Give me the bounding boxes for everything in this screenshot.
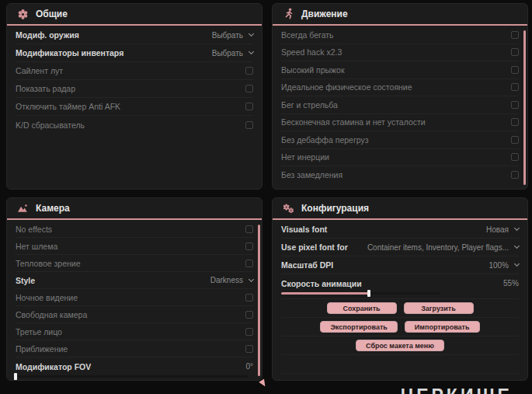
checkbox[interactable] [511,31,519,39]
checkbox[interactable] [245,294,253,302]
panel-camera-rows: No effects Нет шлема Тепловое зрение Sty… [7,220,262,381]
dropdown[interactable]: Выбрать [212,31,253,40]
reset-menu-layout-button[interactable]: Сброс макета меню [356,340,444,351]
setting-row-free-camera[interactable]: Свободная камера [16,306,253,323]
save-button[interactable]: Сохранить [327,302,397,314]
setting-row-high-jump[interactable]: Высокий прыжок [281,61,519,79]
panel-config-header: Конфигурация [273,198,527,220]
checkbox[interactable] [245,225,253,233]
checkbox[interactable] [245,311,253,319]
checkbox[interactable] [511,136,519,144]
setting-row-animation-speed: Скорость анимации 55% [281,274,519,299]
setting-row-inventory-mods[interactable]: Модификаторы инвентаря Выбрать [16,44,253,62]
setting-row-no-overload-debuff[interactable]: Без дебаффа перегруз [281,131,519,149]
checkbox[interactable] [511,153,519,161]
slider-value: 55% [503,279,519,288]
checkbox[interactable] [245,103,253,110]
setting-row-pixel-font[interactable]: Use pixel font for Container items, Inve… [281,239,519,256]
panel-title: Камера [36,203,70,214]
dropdown-value: Новая [486,225,509,234]
slider-value: 0° [245,362,253,371]
checkbox[interactable] [245,328,253,336]
dropdown-value: Выбрать [212,49,243,58]
dropdown[interactable]: Darkness [210,276,253,284]
setting-label: Всегда бегать [281,30,334,40]
checkbox[interactable] [245,260,253,267]
setting-row-infinite-stamina[interactable]: Бесконечная стамина и нет усталости [281,114,519,132]
setting-label: K/D сбрасыватель [16,120,85,130]
image-icon [17,203,29,214]
setting-label: Без дебаффа перегруз [281,135,369,145]
setting-row-speed-hack[interactable]: Speed hack x2.3 [281,44,519,62]
setting-row-thermal-vision[interactable]: Тепловое зрение [16,255,253,272]
setting-row-no-effects[interactable]: No effects [16,221,253,238]
setting-label: Без замедления [281,170,342,180]
checkbox[interactable] [511,66,519,74]
setting-row-no-inertia[interactable]: Нет инерции [281,149,519,167]
checkbox[interactable] [511,171,519,179]
setting-label: Показать радар [16,84,75,93]
chevron-down-icon [249,276,254,281]
dropdown[interactable]: Новая [486,225,519,234]
setting-label: Бесконечная стамина и нет усталости [281,117,426,127]
setting-row-no-slowdown[interactable]: Без замедления [281,166,519,184]
dropdown[interactable]: Container items, Inventory, Player flags… [367,243,519,252]
flower-gear-icon [17,9,29,20]
setting-row-fov-modifier: Модификатор FOV 0° [16,357,253,381]
setting-row-anti-afk[interactable]: Отключить таймер Anti AFK [16,98,253,116]
checkbox[interactable] [511,118,519,126]
animation-speed-slider[interactable] [281,292,440,295]
checkbox[interactable] [245,242,253,250]
scrollbar[interactable] [258,225,260,376]
checkbox[interactable] [511,48,519,56]
checkbox[interactable] [245,67,253,75]
chevron-down-icon [514,243,520,249]
chevron-down-icon [249,49,254,54]
dropdown[interactable]: Выбрать [212,49,253,58]
setting-row-perfect-condition[interactable]: Идеальное физическое состояние [281,79,519,97]
config-buttons-row-1: Сохранить Загрузить [281,299,519,318]
fov-slider[interactable] [16,375,249,378]
setting-label: Отключить таймер Anti AFK [16,102,120,111]
setting-label: Use pixel font for [281,242,348,252]
setting-label: Бег и стрельба [281,100,338,110]
import-button[interactable]: Импортировать [405,321,480,333]
load-button[interactable]: Загрузить [404,302,474,314]
setting-row-silent-loot[interactable]: Сайлент лут [16,62,253,80]
scrollbar[interactable] [523,30,526,185]
checkbox[interactable] [245,85,253,92]
chevron-down-icon [514,225,520,231]
setting-row-show-radar[interactable]: Показать радар [16,80,253,98]
mod-menu-screen: { "colors": { "accent": "#d29296", "butt… [0,0,532,394]
setting-row-night-vision[interactable]: Ночное видение [16,289,253,306]
setting-row-style[interactable]: Style Darkness [16,272,253,289]
panel-title: Движение [301,9,348,19]
setting-label: Свободная камера [16,310,87,319]
panel-title: Конфигурация [301,203,369,214]
checkbox[interactable] [245,121,253,129]
setting-row-visuals-font[interactable]: Visuals font Новая [281,221,519,239]
config-buttons-row-3: Сброс макета меню [281,336,519,355]
export-button[interactable]: Экспортировать [320,321,397,333]
setting-row-third-person[interactable]: Третье лицо [16,323,253,340]
checkbox[interactable] [511,101,519,109]
runner-icon [283,9,294,20]
panel-general-rows: Модиф. оружия Выбрать Модификаторы инвен… [7,26,262,134]
setting-row-run-and-shoot[interactable]: Бег и стрельба [281,96,519,114]
panel-movement-header: Движение [273,4,527,26]
panel-title: Общие [36,9,68,19]
setting-row-zoom[interactable]: Приближение [16,340,253,357]
slider-handle[interactable] [367,290,370,297]
setting-row-no-helmet[interactable]: Нет шлема [16,238,253,255]
checkbox[interactable] [511,83,519,91]
setting-row-weapon-mod[interactable]: Модиф. оружия Выбрать [16,26,253,44]
setting-label: Идеальное физическое состояние [281,82,412,92]
panel-config-rows: Visuals font Новая Use pixel font for Co… [273,220,527,374]
checkbox[interactable] [245,345,253,353]
dropdown[interactable]: 100% [489,261,519,270]
panel-movement-rows: Всегда бегать Speed hack x2.3 Высокий пр… [273,26,527,184]
slider-handle[interactable] [14,373,17,380]
setting-row-kd-reset[interactable]: K/D сбрасыватель [16,116,253,134]
setting-row-always-run[interactable]: Всегда бегать [281,26,519,44]
setting-row-dpi-scale[interactable]: Масштаб DPI 100% [281,256,519,274]
